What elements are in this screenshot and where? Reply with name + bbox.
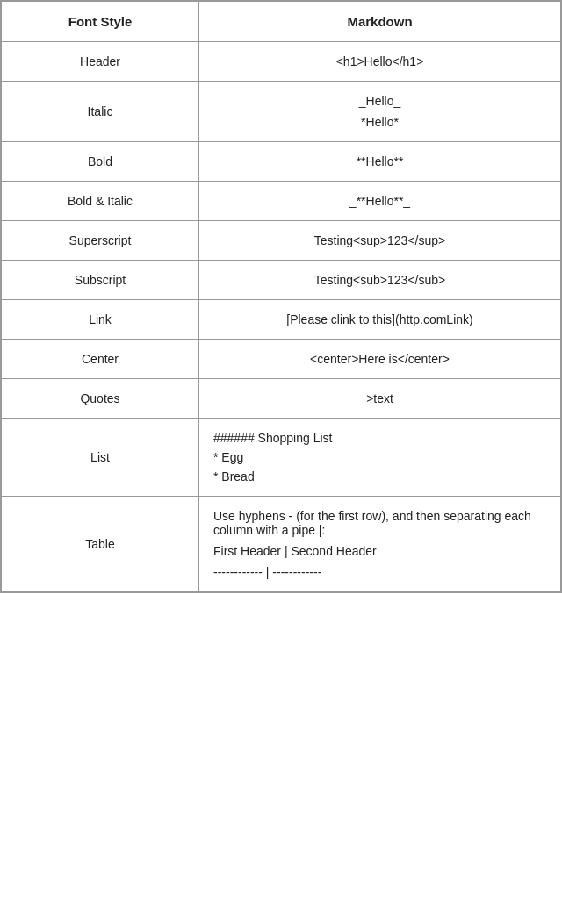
table-row: List###### Shopping List* Egg* Bread: [2, 419, 561, 497]
font-style-cell: Italic: [2, 82, 199, 142]
markdown-cell: _**Hello**_: [199, 182, 561, 221]
table-row: SubscriptTesting<sub>123</sub>: [2, 261, 561, 300]
font-style-cell: Subscript: [2, 261, 199, 300]
table-row: TableUse hyphens - (for the first row), …: [2, 497, 561, 592]
font-style-cell: Header: [2, 42, 199, 82]
table-row: Quotes>text: [2, 379, 561, 419]
font-style-cell: Center: [2, 340, 199, 379]
font-style-cell: Bold & Italic: [2, 182, 199, 221]
markdown-cell: <center>Here is</center>: [199, 340, 561, 379]
table-row: SuperscriptTesting<sup>123</sup>: [2, 221, 561, 261]
table-row: Header<h1>Hello</h1>: [2, 42, 561, 82]
col-header-markdown: Markdown: [199, 2, 561, 42]
markdown-cell: Testing<sup>123</sup>: [199, 221, 561, 261]
markdown-reference-table: Font Style Markdown Header<h1>Hello</h1>…: [0, 0, 562, 593]
table-row: Center<center>Here is</center>: [2, 340, 561, 379]
font-style-cell: List: [2, 419, 199, 497]
markdown-cell: **Hello**: [199, 142, 561, 182]
markdown-cell: [Please clink to this](http.comLink): [199, 300, 561, 340]
font-style-cell: Quotes: [2, 379, 199, 419]
font-style-cell: Table: [2, 497, 199, 592]
font-style-cell: Link: [2, 300, 199, 340]
markdown-cell: _Hello_*Hello*: [199, 82, 561, 142]
col-header-font-style: Font Style: [2, 2, 199, 42]
font-style-cell: Superscript: [2, 221, 199, 261]
table-row: Italic_Hello_*Hello*: [2, 82, 561, 142]
table-row: Link[Please clink to this](http.comLink): [2, 300, 561, 340]
font-style-cell: Bold: [2, 142, 199, 182]
table-row: Bold & Italic_**Hello**_: [2, 182, 561, 221]
table-row: Bold**Hello**: [2, 142, 561, 182]
markdown-cell: <h1>Hello</h1>: [199, 42, 561, 82]
markdown-cell: Testing<sub>123</sub>: [199, 261, 561, 300]
markdown-cell: ###### Shopping List* Egg* Bread: [199, 419, 561, 497]
markdown-cell: Use hyphens - (for the first row), and t…: [199, 497, 561, 592]
markdown-cell: >text: [199, 379, 561, 419]
